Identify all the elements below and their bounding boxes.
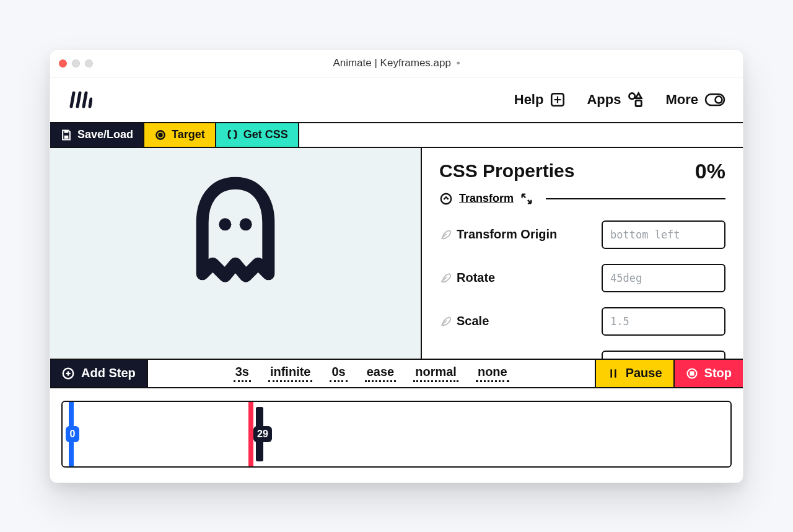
param-duration[interactable]: 3s — [234, 365, 251, 382]
param-fill[interactable]: none — [476, 365, 509, 382]
titlebar: Animate | Keyframes.app • — [50, 50, 743, 77]
nav-help-label: Help — [514, 92, 544, 108]
feather-icon — [439, 315, 452, 328]
stop-label: Stop — [704, 366, 732, 380]
get-css-label: Get CSS — [243, 128, 288, 141]
properties-heading: CSS Properties — [439, 160, 574, 181]
target-button[interactable]: Target — [144, 123, 216, 147]
prop-row-scale: Scale — [439, 307, 725, 336]
get-css-button[interactable]: Get CSS — [216, 123, 299, 147]
svg-line-2 — [84, 93, 86, 107]
pause-label: Pause — [626, 366, 662, 380]
prop-label-scale: Scale — [457, 314, 489, 328]
input-translate[interactable] — [602, 351, 725, 359]
pause-icon — [607, 367, 620, 380]
svg-rect-26 — [690, 372, 693, 375]
nav-help[interactable]: Help — [514, 92, 566, 108]
keyframe-marker-0-label: 0 — [66, 426, 79, 442]
plus-circle-icon — [61, 367, 75, 380]
svg-line-3 — [90, 99, 91, 107]
close-window-button[interactable] — [59, 59, 67, 68]
save-load-button[interactable]: Save/Load — [50, 123, 144, 147]
prop-row-transform-origin: Transform Origin — [439, 220, 725, 249]
svg-line-0 — [71, 93, 74, 107]
input-rotate[interactable] — [602, 264, 725, 292]
input-transform-origin[interactable] — [602, 220, 725, 249]
app-window: Animate | Keyframes.app • Help — [50, 50, 743, 483]
svg-point-14 — [240, 218, 252, 230]
stop-icon — [686, 367, 698, 380]
feather-icon — [439, 272, 452, 284]
prop-label-transform-origin: Transform Origin — [457, 227, 557, 242]
svg-rect-9 — [64, 130, 69, 133]
toggle-icon — [704, 93, 725, 107]
top-nav: Help Apps More — [50, 77, 743, 122]
collapse-up-icon — [439, 192, 453, 206]
prop-label-rotate: Rotate — [457, 271, 495, 285]
playback-controls: Add Step 3s infinite 0s ease normal none… — [50, 359, 743, 388]
window-title: Animate | Keyframes.app • — [50, 57, 743, 69]
save-load-label: Save/Load — [77, 128, 133, 141]
properties-percent: 0% — [695, 159, 725, 183]
target-label: Target — [172, 128, 205, 141]
expand-icon[interactable] — [520, 192, 533, 206]
feather-icon — [439, 229, 452, 241]
app-logo[interactable] — [68, 89, 92, 110]
properties-panel: CSS Properties 0% Transform Transform Or… — [422, 148, 743, 359]
add-step-label: Add Step — [81, 366, 136, 380]
minimize-window-button[interactable] — [72, 59, 80, 68]
section-divider — [546, 198, 725, 199]
transform-section-label: Transform — [459, 192, 514, 205]
window-controls — [59, 59, 93, 68]
transform-section-header[interactable]: Transform — [439, 192, 725, 206]
svg-point-13 — [219, 218, 231, 230]
timeline-track[interactable]: 0 29 — [61, 401, 732, 468]
pause-button[interactable]: Pause — [595, 360, 673, 387]
svg-point-5 — [629, 93, 635, 98]
add-step-button[interactable]: Add Step — [50, 360, 148, 387]
maximize-window-button[interactable] — [85, 59, 93, 68]
playhead[interactable] — [248, 402, 253, 466]
timeline: 0 29 — [50, 388, 743, 482]
input-scale[interactable] — [602, 307, 725, 336]
svg-point-8 — [716, 96, 722, 103]
save-icon — [60, 129, 72, 141]
param-direction[interactable]: normal — [413, 365, 458, 382]
nav-more-label: More — [665, 92, 698, 108]
animation-params: 3s infinite 0s ease normal none — [148, 360, 595, 387]
prop-row-rotate: Rotate — [439, 264, 725, 292]
keyframe-marker-29[interactable]: 29 — [256, 407, 263, 461]
svg-point-15 — [441, 193, 452, 204]
main-area: CSS Properties 0% Transform Transform Or… — [50, 148, 743, 359]
prop-row-translate: Translate — [439, 351, 725, 359]
param-delay[interactable]: 0s — [330, 365, 347, 382]
ghost-icon — [183, 173, 288, 297]
nav-apps-label: Apps — [587, 92, 621, 108]
keyframe-marker-0[interactable]: 0 — [69, 402, 74, 466]
stop-button[interactable]: Stop — [673, 360, 743, 387]
shapes-icon — [627, 91, 644, 108]
svg-point-12 — [159, 133, 162, 136]
svg-rect-6 — [636, 100, 641, 106]
modified-dot: • — [457, 57, 460, 69]
keyframe-marker-29-label: 29 — [253, 426, 272, 442]
braces-icon — [226, 129, 239, 141]
nav-apps[interactable]: Apps — [587, 91, 644, 108]
action-toolbar: Save/Load Target Get CSS — [50, 122, 743, 148]
target-icon — [154, 129, 167, 141]
nav-more[interactable]: More — [665, 92, 725, 108]
window-title-text: Animate | Keyframes.app — [333, 57, 451, 69]
param-easing[interactable]: ease — [365, 365, 396, 382]
svg-rect-10 — [64, 135, 69, 138]
param-iteration[interactable]: infinite — [268, 365, 313, 382]
logo-icon — [68, 89, 92, 110]
preview-canvas[interactable] — [50, 148, 422, 359]
svg-line-1 — [77, 93, 80, 107]
sparkle-icon — [550, 92, 566, 108]
